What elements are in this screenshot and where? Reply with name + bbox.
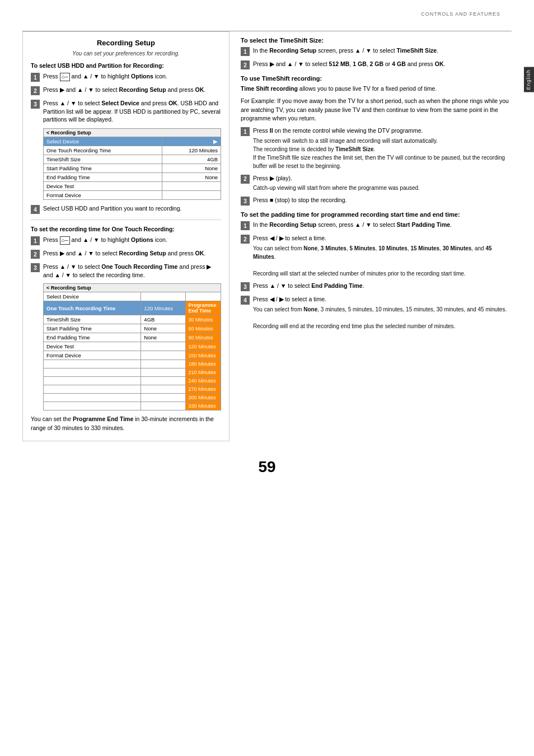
setup-table-2: < Recording Setup Select Device One Touc… [43,283,221,410]
subsection1-heading: To select USB HDD and Partition for Reco… [31,62,221,69]
step-text: Select USB HDD and Partition you want to… [43,204,181,213]
step-text: In the Recording Setup screen, press ▲ /… [253,221,452,229]
right-step-3-3: 3 Press ▲ / ▼ to select End Padding Time… [241,282,512,291]
right-step-2-3: 3 Press ■ (stop) to stop the recording. [241,196,512,206]
step-subtext: You can select from None, 3 minutes, 5 m… [253,305,507,330]
step-num: 3 [31,100,40,109]
step-2-3: 3 Press ▲ / ▼ to select One Touch Record… [31,263,221,279]
step-text: Press II on the remote control while vie… [253,127,512,170]
step-subtext: The screen will switch to a still image … [253,137,512,170]
step-num: 3 [241,197,250,206]
step-num: 1 [241,47,250,56]
timeshift-intro: Time Shift recording allows you to pause… [241,85,512,94]
divider [31,220,221,220]
right-step-1-1: 1 In the Recording Setup screen, press ▲… [241,46,512,56]
section-title: Recording Setup [31,39,221,47]
timeshift-example: For Example: If you move away from the T… [241,97,512,123]
right-step-1-2: 2 Press ▶ and ▲ / ▼ to select 512 MB, 1 … [241,60,512,69]
step-text: Press ▶ (play). Catch-up viewing will st… [253,174,420,193]
step-subtext: Catch-up viewing will start from where t… [253,184,420,192]
subsection2-heading: To set the recording time for One Touch … [31,226,221,232]
section-subtitle: You can set your preferences for recordi… [31,50,221,57]
step-num: 3 [31,263,40,272]
col-right: To select the TimeShift Size: 1 In the R… [241,31,512,447]
step-num: 1 [241,127,250,136]
step-text: Press ◀ / ▶ to select a time. You can se… [253,234,512,278]
step-text: Press ⌂─ and ▲ / ▼ to highlight Options … [43,236,167,245]
step-num: 1 [31,73,40,82]
right-step-2-2: 2 Press ▶ (play). Catch-up viewing will … [241,174,512,193]
step-1-1: 1 Press ⌂─ and ▲ / ▼ to highlight Option… [31,72,221,82]
step-text: Press ▲ / ▼ to select One Touch Recordin… [43,263,221,279]
recording-setup-box: Recording Setup You can set your prefere… [22,31,229,441]
step-num: 2 [241,60,250,69]
step-num: 2 [31,86,40,95]
page-container: CONTROLS AND FEATURES English Recording … [0,0,534,756]
step-text: Press ■ (stop) to stop the recording. [253,196,346,204]
right-step-3-1: 1 In the Recording Setup screen, press ▲… [241,221,512,230]
step-subtext: You can select from None, 3 Minutes, 5 M… [253,244,512,278]
step-text: Press ▲ / ▼ to select End Padding Time. [253,282,364,290]
step-num: 1 [31,236,40,245]
col-left: Recording Setup You can set your prefere… [22,31,229,447]
step-num: 2 [31,250,40,259]
step-text: Press ⌂─ and ▲ / ▼ to highlight Options … [43,72,167,81]
english-tab: English [524,67,534,92]
step-text: Press ▶ and ▲ / ▼ to select Recording Se… [43,86,205,94]
step-1-2: 2 Press ▶ and ▲ / ▼ to select Recording … [31,86,221,95]
step-text: Press ◀ / ▶ to select a time. You can se… [253,295,507,330]
timeshift-size-heading: To select the TimeShift Size: [241,37,512,44]
setup-table-1: < Recording Setup Select Device ▶ One To… [43,128,221,200]
step-text: In the Recording Setup screen, press ▲ /… [253,46,438,55]
timeshift-recording-heading: To use TimeShift recording: [241,75,512,82]
table2-container: < Recording Setup Select Device One Touc… [43,283,221,410]
right-step-3-2: 2 Press ◀ / ▶ to select a time. You can … [241,234,512,278]
step-num: 2 [241,175,250,184]
menu-icon: ⌂─ [60,73,70,81]
step-num: 4 [31,205,40,214]
right-step-2-1: 1 Press II on the remote control while v… [241,127,512,170]
step-num: 3 [241,282,250,291]
two-col-layout: Recording Setup You can set your prefere… [22,31,512,447]
step-num: 1 [241,221,250,230]
bottom-note: You can set the Programme End Time in 30… [31,415,221,433]
step-text: Press ▲ / ▼ to select Select Device and … [43,99,221,124]
step-2-2: 2 Press ▶ and ▲ / ▼ to select Recording … [31,249,221,259]
right-step-3-4: 4 Press ◀ / ▶ to select a time. You can … [241,295,512,330]
step-1-4: 4 Select USB HDD and Partition you want … [31,204,221,214]
step-text: Press ▶ and ▲ / ▼ to select Recording Se… [43,249,205,258]
page-number: 59 [0,458,534,476]
menu-icon2: ⌂─ [60,236,70,245]
step-1-3: 3 Press ▲ / ▼ to select Select Device an… [31,99,221,124]
step-num: 2 [241,235,250,244]
controls-label: CONTROLS AND FEATURES [421,11,500,17]
step-2-1: 1 Press ⌂─ and ▲ / ▼ to highlight Option… [31,236,221,245]
step-num: 4 [241,296,250,305]
padding-time-heading: To set the padding time for programmed r… [241,211,512,218]
step-text: Press ▶ and ▲ / ▼ to select 512 MB, 1 GB… [253,60,445,68]
